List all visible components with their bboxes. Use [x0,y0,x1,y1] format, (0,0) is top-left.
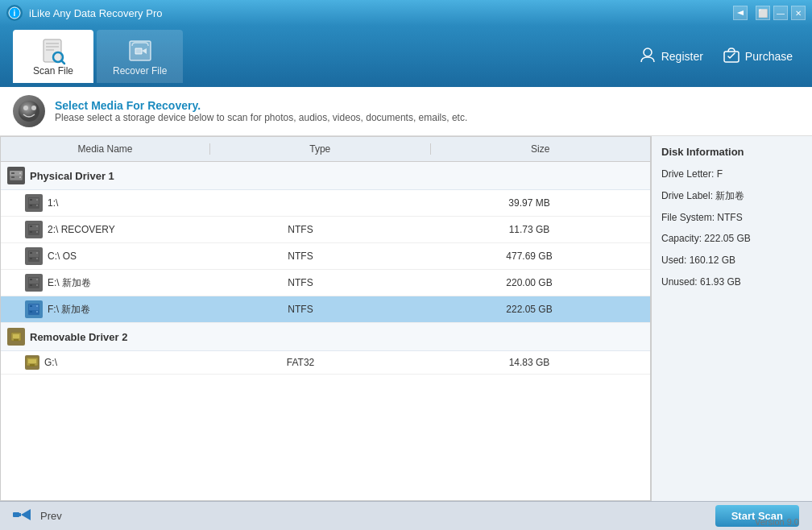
svg-point-47 [36,305,38,307]
svg-point-11 [19,101,39,122]
drive-type-6: FAT32 [186,357,415,368]
svg-rect-51 [13,334,19,338]
disk-info-used: Used: 160.12 GB [661,254,802,267]
info-text: Select Media For Recovery. Please select… [55,99,467,123]
info-title: Select Media For Recovery. [55,99,467,112]
register-label: Register [661,50,703,63]
drive-type-3: NTFS [186,251,415,262]
svg-rect-52 [14,339,19,341]
svg-rect-17 [11,176,14,178]
svg-rect-34 [30,252,32,254]
drive-size-1: 39.97 MB [415,197,644,209]
drive-name-5: F:\ 新加卷 [25,300,186,318]
group-label-1: Physical Driver 1 [30,170,114,182]
drive-row-1[interactable]: 1:\ 39.97 MB [1,190,650,217]
svg-rect-4 [46,46,59,48]
svg-rect-54 [28,359,36,363]
drive-icon-4 [25,274,43,292]
group-label-2: Removable Driver 2 [30,331,127,343]
disk-info-sidebar: Disk Information Drive Letter: F Drive L… [651,136,812,501]
svg-rect-3 [46,43,59,44]
svg-point-23 [36,199,38,201]
info-icon [13,95,45,127]
purchase-icon [723,46,740,68]
drive-type-2: NTFS [186,224,415,235]
toolbar: Scan File Recover File Reg [0,26,812,87]
app-title: iLike Any Data Recovery Pro [29,7,162,19]
svg-point-35 [36,252,38,254]
content-area: Select Media For Recovery. Please select… [0,87,812,501]
drive-icon-1 [25,194,43,212]
group-physical-driver-1: Physical Driver 1 [1,162,650,190]
disk-info-label: Drive Label: 新加卷 [661,189,802,203]
drive-row-5[interactable]: F:\ 新加卷 NTFS 222.05 GB [1,296,650,323]
drive-size-2: 11.73 GB [415,224,644,235]
prev-button[interactable]: Prev [13,507,62,526]
svg-point-18 [19,172,21,174]
drive-row-6[interactable]: G:\ FAT32 14.83 GB [1,351,650,375]
drive-row-2[interactable]: 2:\ RECOVERY NTFS 11.73 GB [1,217,650,243]
drive-type-4: NTFS [186,277,415,288]
footer: Prev Start Scan Version 9.0 [0,501,812,530]
register-button[interactable]: Register [632,43,710,71]
svg-line-7 [62,61,65,64]
svg-rect-16 [11,172,14,174]
svg-rect-42 [30,284,32,286]
infobar: Select Media For Recovery. Please select… [0,87,812,136]
svg-point-9 [644,48,652,56]
drive-size-6: 14.83 GB [415,357,644,368]
svg-marker-56 [21,509,31,520]
drive-name-1: 1:\ [25,194,186,212]
col-header-name: Media Name [1,143,210,155]
register-icon [639,46,657,68]
version-text: Version 9.0 [755,517,799,527]
svg-point-25 [36,205,38,206]
drive-type-5: NTFS [186,304,415,315]
title-bar: i iLike Any Data Recovery Pro ⬜ — ✕ [0,0,812,26]
svg-rect-40 [30,279,32,280]
purchase-label: Purchase [745,50,793,63]
header-buttons: Register Purchase [632,43,799,71]
tab-scan-file[interactable]: Scan File [13,30,93,83]
svg-rect-5 [46,49,54,51]
svg-text:i: i [14,9,16,18]
tab-scan-file-label: Scan File [33,65,73,77]
drive-size-3: 477.69 GB [415,251,644,262]
minimize-button[interactable]: — [773,6,788,20]
tab-recover-file[interactable]: Recover File [97,30,183,83]
svg-rect-46 [30,305,32,307]
purchase-button[interactable]: Purchase [716,43,799,71]
restore-button[interactable]: ⬜ [756,6,770,20]
group-removable-driver-2: Removable Driver 2 [1,323,650,351]
svg-point-29 [36,226,38,227]
svg-rect-24 [30,205,32,206]
drive-row-3[interactable]: C:\ OS NTFS 477.69 GB [1,243,650,270]
info-subtitle: Please select a storage device below to … [55,112,467,123]
svg-rect-36 [30,258,32,259]
drive-icon-3 [25,247,43,265]
table-body: Physical Driver 1 [1,162,650,500]
svg-point-41 [36,279,38,280]
svg-rect-28 [30,226,32,227]
drive-row-4[interactable]: E:\ 新加卷 NTFS 220.00 GB [1,270,650,296]
tab-group: Scan File Recover File [13,30,183,83]
svg-rect-58 [13,512,19,517]
drive-icon-6 [25,355,39,370]
minimize-extra-button[interactable] [733,6,748,20]
svg-point-31 [36,231,38,233]
col-header-type: Type [210,143,431,155]
drive-name-4: E:\ 新加卷 [25,274,186,292]
svg-rect-55 [30,364,35,366]
recover-file-icon [126,36,155,65]
svg-point-37 [36,258,38,259]
table-header: Media Name Type Size [1,137,650,162]
file-list-area: Media Name Type Size [0,136,651,501]
disk-info-title: Disk Information [661,146,802,158]
svg-rect-30 [30,231,32,233]
disk-info-filesystem: File System: NTFS [661,211,802,225]
hdd-icon [7,167,25,184]
close-button[interactable]: ✕ [791,6,806,20]
drive-icon-2 [25,221,43,238]
drive-size-5: 222.05 GB [415,304,644,315]
disk-info-capacity: Capacity: 222.05 GB [661,232,802,246]
